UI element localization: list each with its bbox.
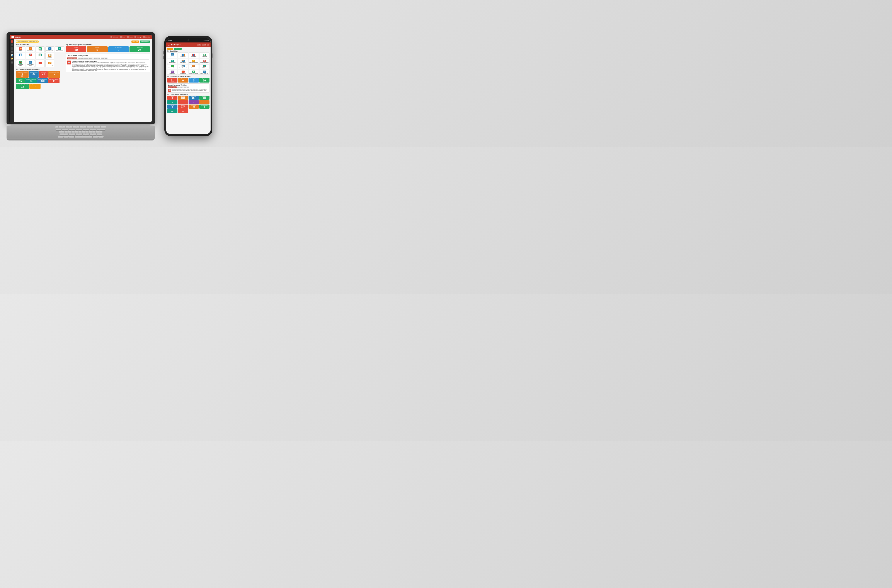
phone-news-tab-riskex[interactable]: Riskex News — [177, 87, 183, 88]
view-notifications-button[interactable]: View Notifications — [140, 40, 150, 43]
phone-dash-11[interactable]: Direct Overdue 34 — [188, 105, 199, 109]
nav-logout[interactable]: Log Out — [143, 36, 150, 38]
phone-dash-3[interactable]: Number of Users 154 — [188, 96, 199, 100]
phone-ql-12[interactable]: 🔖 CIDA Member — [199, 64, 209, 69]
phone-news-tab-blogs[interactable]: Riskex Blogs — [184, 87, 189, 88]
ql-general-admin[interactable]: ⚙ General Admin — [26, 46, 35, 52]
sidebar-nav2[interactable]: ★ — [11, 47, 13, 50]
phone-news-tab-assessnet[interactable]: AssessNET Upda... — [168, 87, 177, 88]
phone-dash-8[interactable]: Fire Assessments 11 — [199, 100, 209, 104]
dash-incomplete[interactable]: Incomplete Assessments 320 — [37, 78, 48, 83]
pending-today[interactable]: Due Today 0 — [87, 46, 107, 52]
dash-due[interactable]: Due Assessments In Date 7 — [29, 84, 40, 88]
phone-dash-5[interactable]: Contractors with... 0 — [167, 100, 177, 104]
phone-dash-13-val: 48 — [168, 111, 177, 112]
dash-active-hazards-val: 34 — [40, 73, 47, 75]
dash-contractors[interactable]: Contractors 15 — [16, 78, 25, 83]
pending-overdue[interactable]: Overdue 10 — [66, 46, 86, 52]
phone-dash-6[interactable]: Active 1 — [178, 100, 188, 104]
phone-pending-14days[interactable]: Due within 14 days 0 — [188, 78, 199, 82]
nav-portal[interactable]: Portal — [127, 36, 133, 38]
ql-launch-bi[interactable]: 📊 Launch BI — [36, 46, 45, 52]
take-tour-button[interactable]: Take a Tour — [131, 40, 139, 43]
nav-helpdesk[interactable]: Helpdesk — [111, 36, 118, 38]
phone-button-vol-up[interactable] — [164, 51, 164, 54]
phone-dash-4[interactable]: Overdue Out... 255 — [199, 96, 209, 100]
phone-ql-4-label: Login Tracker — [202, 56, 207, 57]
phone-dash-12[interactable]: Overdue Assessment 0 — [199, 105, 209, 109]
ql-launch-bi-label: Launch BI — [38, 50, 42, 51]
ql-training[interactable]: 🔍 Search Training Courses — [26, 60, 35, 67]
sidebar-home[interactable]: ⌂ — [11, 40, 13, 43]
sidebar-nav5[interactable]: 📁 — [11, 57, 13, 60]
phone-nav-settings[interactable]: ⚙ — [207, 44, 209, 46]
phone-notifications-button[interactable]: View Notifications — [174, 48, 182, 50]
phone-button-vol-down[interactable] — [164, 56, 164, 59]
phone-dash-7[interactable]: Incomplete This Month 3 — [188, 100, 199, 104]
dash-training[interactable]: Compliant Training Records 24 — [25, 78, 37, 83]
ql-task-report[interactable]: 📑 Task Report — [45, 53, 54, 60]
phone-ql-15[interactable]: 📝 Permit to Work Staircase — [188, 70, 199, 75]
nav-tasks[interactable]: Tasks — [120, 36, 125, 38]
dash-inspections[interactable]: Inspections Created This Month 13 — [16, 84, 29, 88]
phone-dash-4-val: 255 — [200, 97, 209, 99]
phone-pending-all[interactable]: All Outstanding 70 — [199, 78, 209, 82]
phone-dash-9[interactable]: Vacant Slots 0 — [167, 105, 177, 109]
phone-button-power[interactable] — [212, 53, 213, 58]
dash-awaiting[interactable]: Awaiting Authorisation 32 — [29, 71, 39, 78]
ql-hazard[interactable]: ⚠ Report a Hazard — [36, 60, 45, 67]
phone-ql-16[interactable]: 🔍 Search Permits to View — [199, 70, 209, 75]
key — [83, 126, 86, 128]
app-content: Enable preview of the FreshNET new look … — [14, 39, 152, 122]
dash-rams-overdue[interactable]: Rams With Overdue Reviews 5 — [48, 71, 60, 78]
phone-ql-1[interactable]: 🔍 Search Online Assessments — [167, 52, 177, 58]
nav-settings[interactable]: Settings — [134, 36, 141, 38]
news-tab-blogs[interactable]: Riskex Blogs — [101, 57, 108, 59]
dash-active-hazards[interactable]: Active Hazards 34 — [39, 71, 48, 78]
news-tab-imperial[interactable]: Imperial Demo System Updates — [78, 57, 93, 59]
dash-hazards[interactable]: Hazards Reported This Month 0 Portal1 Ma… — [16, 71, 29, 78]
ql-module-data[interactable]: 📤 Module Data Exports — [16, 60, 25, 67]
ql-permit[interactable]: 📄 Create Permit to Work — [16, 53, 25, 60]
pending-all[interactable]: All Outstanding 25 — [129, 46, 150, 52]
phone-dash-10[interactable]: Hazard Reports 147 — [178, 105, 188, 109]
phone-pending-today[interactable]: Due Today 0 — [178, 78, 188, 82]
dash-due-val: 7 — [30, 86, 39, 88]
phone-ql-3[interactable]: 👤 Personal Admin — [188, 52, 199, 58]
sidebar-nav3[interactable]: ◉ — [11, 51, 13, 53]
sidebar-nav4[interactable]: 📊 — [11, 54, 13, 57]
phone-ql-14[interactable]: 🔥 Fire Assessments — [178, 70, 188, 75]
sidebar-nav6[interactable]: ⚙ — [11, 61, 13, 64]
phone-ql-7[interactable]: 💡 Build Safety Ideas Sheet — [188, 59, 199, 64]
phone-ql-8[interactable]: 🏢 Contractor Management — [199, 59, 209, 64]
phone-ql-5[interactable]: 🏗 Structure Manager — [167, 59, 177, 64]
phone-news: Latest News and Updates AssessNET Upda..… — [167, 83, 209, 93]
phone-ql-2-icon: 👥 — [182, 54, 185, 56]
phone-dash-13[interactable]: Complete 48 — [167, 109, 177, 113]
phone-ql-2[interactable]: 👥 User Manager — [178, 52, 188, 58]
dash-method[interactable]: Active Method Statements 2 — [48, 78, 60, 83]
phone-dash-2[interactable]: All Overdue 2915 — [178, 96, 188, 100]
phone-ql-6[interactable]: 📦 Asset Manager — [178, 59, 188, 64]
phone-ql-13[interactable]: 🔍 Check Old Items — [167, 70, 177, 75]
phone-ql-4[interactable]: 📊 Login Tracker — [199, 52, 209, 58]
news-tab-assessnet[interactable]: AssessNET Updates — [67, 57, 77, 59]
ql-rams[interactable]: 📁 RAMS — [16, 46, 25, 52]
ql-coshh[interactable]: 🧪 COSHH Assessments — [26, 53, 35, 60]
phone-pending-overdue[interactable]: Overdue 61 — [167, 78, 177, 82]
phone-nav-portal[interactable]: Portal — [202, 44, 206, 46]
phone-tour-button[interactable]: Take a Tour — [167, 48, 173, 50]
ql-modules[interactable]: 📋 Navigate to Modules — [36, 53, 45, 60]
phone-nav-tasks[interactable]: Tasks — [197, 44, 201, 46]
phone-dash-14[interactable]: Assessments 0 — [178, 109, 188, 113]
ql-doc-manager[interactable]: 📂 Document Manager — [45, 60, 54, 67]
ql-search-audits[interactable]: 🔍 Search for Audits — [45, 46, 54, 52]
sidebar-nav1[interactable]: ☰ — [11, 44, 13, 46]
phone-ql-10[interactable]: 📋 General Assessment — [178, 64, 188, 69]
ql-dse[interactable]: 🖥 DSE Assessments — [55, 46, 64, 52]
phone-ql-11[interactable]: 📢 Announcement — [188, 64, 199, 69]
news-tab-riskex[interactable]: Riskex News — [93, 57, 100, 59]
phone-ql-9[interactable]: 🌿 Environmental Monitoring — [167, 64, 177, 69]
phone-dash-1[interactable]: Overdue 0 — [167, 96, 177, 100]
pending-14days[interactable]: Due within 14 days 0 — [108, 46, 129, 52]
